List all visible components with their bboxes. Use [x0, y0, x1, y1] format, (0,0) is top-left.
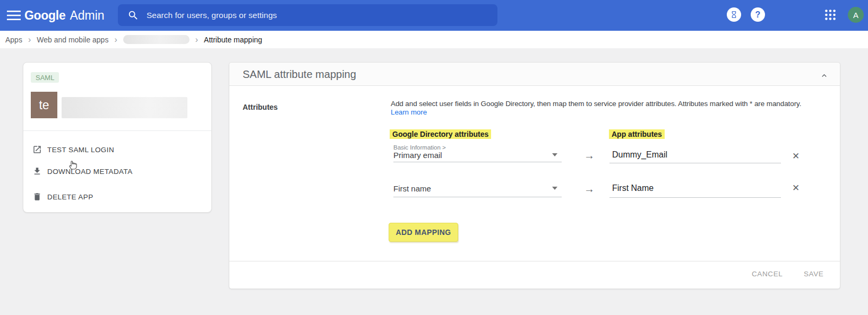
saml-attribute-mapping-card: SAML attribute mapping Attributes Add an… [229, 62, 840, 289]
google-admin-logo: Google Admin [24, 0, 105, 31]
breadcrumb-apps[interactable]: Apps [5, 36, 22, 44]
account-avatar[interactable]: A [848, 7, 864, 23]
breadcrumb: Apps › Web and mobile apps › › Attribute… [0, 31, 868, 48]
directory-column-label: Google Directory attributes [392, 130, 488, 138]
logo-admin-text: Admin [70, 8, 104, 23]
logo-google-text: Google [24, 8, 65, 23]
saml-type-badge: SAML [31, 72, 59, 83]
chevron-up-icon [820, 71, 829, 80]
search-bar[interactable] [118, 4, 497, 26]
card-title: SAML attribute mapping [243, 63, 356, 86]
open-in-new-icon [32, 145, 42, 154]
delete-app-label: DELETE APP [47, 193, 93, 201]
directory-attribute-select[interactable]: First name [393, 184, 431, 193]
attributes-section-label: Attributes [243, 103, 278, 111]
app-attribute-input[interactable]: Dummy_Email [612, 150, 667, 160]
dropdown-caret-icon[interactable] [552, 187, 557, 190]
hourglass-icon [730, 11, 738, 19]
divider [23, 130, 211, 131]
breadcrumb-app-name-redacted[interactable] [123, 35, 190, 44]
cancel-button[interactable]: CANCEL [752, 270, 783, 278]
hamburger-icon [7, 11, 21, 20]
account-avatar-initial: A [853, 11, 858, 20]
field-underline [393, 197, 562, 197]
app-column-label: App attributes [612, 130, 662, 138]
search-input[interactable] [147, 11, 465, 20]
help-icon[interactable]: ? [751, 7, 765, 22]
google-admin-console: Google Admin ? A Apps › Web and mobile a… [0, 0, 868, 315]
app-info-card: SAML te TEST SAML LOGIN DOWNLOAD METADAT… [23, 62, 212, 213]
collapse-section-button[interactable] [817, 68, 831, 83]
download-icon [32, 167, 42, 176]
search-icon [127, 10, 139, 21]
trash-icon [32, 192, 42, 202]
hamburger-menu-icon[interactable] [4, 9, 23, 22]
topbar: Google Admin ? A [0, 0, 868, 31]
field-underline [609, 197, 781, 198]
dropdown-caret-icon[interactable] [552, 153, 557, 156]
apps-grid-icon[interactable] [823, 8, 837, 22]
app-name-redacted [62, 97, 187, 118]
download-metadata-button[interactable]: DOWNLOAD METADATA [23, 164, 211, 178]
chevron-right-icon: › [28, 36, 31, 44]
directory-attribute-select[interactable]: Primary email [393, 151, 442, 160]
divider [229, 261, 840, 261]
app-avatar-initials: te [39, 98, 49, 112]
chevron-right-icon: › [195, 36, 198, 44]
maps-to-arrow-icon: → [584, 183, 595, 194]
field-underline [609, 163, 781, 163]
card-header: SAML attribute mapping [229, 63, 840, 86]
save-button[interactable]: SAVE [804, 270, 823, 278]
add-mapping-button[interactable]: ADD MAPPING [389, 223, 458, 242]
app-avatar: te [31, 92, 57, 118]
trial-hourglass-icon[interactable] [727, 7, 741, 22]
breadcrumb-web-and-mobile-apps[interactable]: Web and mobile apps [37, 36, 108, 44]
download-metadata-label: DOWNLOAD METADATA [47, 168, 133, 176]
attributes-description: Add and select user fields in Google Dir… [391, 100, 834, 117]
maps-to-arrow-icon: → [584, 150, 595, 161]
saml-badge-label: SAML [36, 74, 54, 82]
question-mark-glyph: ? [755, 10, 761, 20]
remove-mapping-button[interactable]: ✕ [790, 182, 802, 194]
test-saml-login-button[interactable]: TEST SAML LOGIN [23, 143, 211, 156]
description-text: Add and select user fields in Google Dir… [391, 100, 834, 108]
delete-app-button[interactable]: DELETE APP [23, 190, 211, 204]
directory-attribute-category: Basic Information > [393, 144, 446, 151]
breadcrumb-attribute-mapping: Attribute mapping [204, 36, 262, 44]
learn-more-link[interactable]: Learn more [391, 108, 427, 116]
test-saml-login-label: TEST SAML LOGIN [47, 146, 114, 154]
apps-grid-dots [823, 8, 837, 22]
remove-mapping-button[interactable]: ✕ [790, 150, 802, 162]
field-underline [393, 162, 562, 162]
app-attributes-column-header: App attributes [609, 129, 665, 139]
app-attribute-input[interactable]: First Name [612, 183, 654, 193]
chevron-right-icon: › [114, 36, 117, 44]
directory-attributes-column-header: Google Directory attributes [390, 129, 491, 139]
